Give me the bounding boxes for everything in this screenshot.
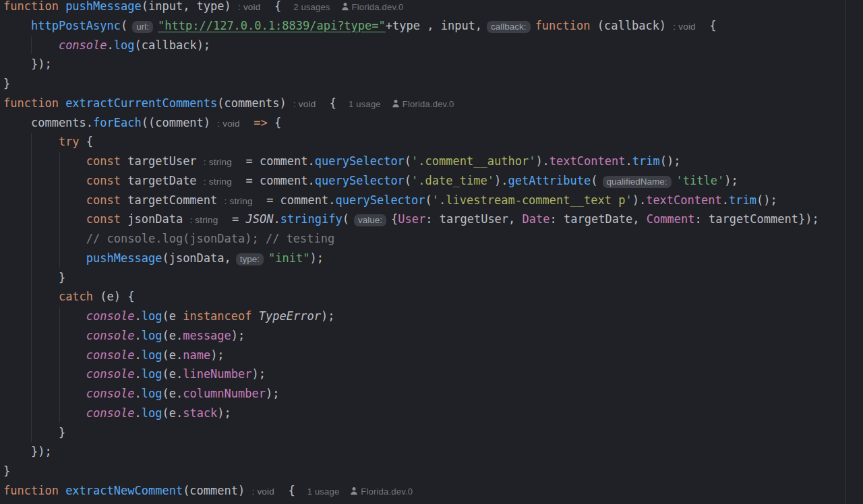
code-token (3, 212, 86, 226)
code-line-20[interactable]: console.log(e.lineNumber); (3, 365, 863, 384)
code-vision-usages-label[interactable]: 1 usage (349, 99, 381, 109)
code-editor[interactable]: function pushMessage(input, type) : void… (0, 0, 863, 504)
code-token: }); (3, 445, 52, 458)
code-token (3, 19, 31, 32)
code-line-8[interactable]: try { (3, 132, 863, 152)
inlay-parameter-hint[interactable]: value: (354, 214, 386, 226)
inlay-type-hint: : void (293, 99, 316, 109)
code-line-15[interactable]: } (3, 268, 863, 288)
code-line-16[interactable]: catch (e) { (3, 287, 863, 307)
code-token: : targetUser, (425, 212, 522, 226)
code-line-19[interactable]: console.log(e.name); (3, 346, 863, 365)
code-token (3, 135, 59, 148)
code-token: = comment. (232, 174, 315, 187)
code-token: }); (3, 57, 52, 71)
code-token: (comments) (217, 96, 293, 110)
code-vision-author-label[interactable]: Florida.dev.0 (361, 486, 413, 497)
code-token: => (254, 116, 267, 129)
code-token: ); (210, 348, 224, 362)
code-vision-usages-label[interactable]: 1 usage (307, 486, 340, 497)
code-token: . (134, 367, 141, 381)
code-line-11[interactable]: const targetComment : string = comment.q… (3, 191, 863, 210)
code-token: . (625, 154, 632, 168)
inlay-parameter-hint[interactable]: url: (132, 21, 153, 33)
code-token: const (86, 154, 121, 168)
code-line-1[interactable]: function pushMessage(input, type) : void… (3, 0, 863, 16)
inlay-parameter-hint[interactable]: callback: (487, 21, 531, 33)
code-token: textContent (646, 193, 722, 207)
code-token: ' (625, 193, 632, 207)
inlay-type-hint: : string (189, 215, 218, 225)
code-line-3[interactable]: console.log(callback); (3, 36, 863, 55)
code-token: log (142, 329, 162, 342)
code-token: ' (411, 154, 418, 168)
code-line-24[interactable]: }); (3, 442, 863, 462)
code-line-25[interactable]: } (3, 462, 863, 481)
code-line-6[interactable]: function extractCurrentComments(comments… (3, 94, 863, 113)
code-token: console (86, 367, 135, 381)
author-person-icon (392, 99, 400, 108)
code-token: console (86, 348, 135, 362)
code-token: = (218, 212, 246, 226)
code-token: = comment. (253, 193, 336, 207)
code-token: ( (405, 154, 411, 168)
inlay-parameter-hint[interactable]: qualifiedName: (603, 176, 672, 188)
code-token (3, 348, 86, 362)
code-vision-author-label[interactable]: Florida.dev.0 (352, 2, 404, 12)
code-token: .date_time (418, 174, 487, 187)
code-token: (); (756, 193, 777, 207)
code-token: (e. (162, 329, 183, 342)
code-token: (comment) (183, 484, 251, 497)
code-line-21[interactable]: console.log(e.columnNumber); (3, 384, 863, 404)
code-line-17[interactable]: console.log(e instanceof TypeError); (3, 307, 863, 326)
code-line-5[interactable]: } (3, 74, 863, 94)
code-token: console (86, 406, 135, 420)
code-token: ); (321, 309, 334, 323)
code-vision-usages-label[interactable]: 2 usages (293, 2, 330, 12)
code-token: { (260, 0, 281, 13)
code-token: = comment. (232, 154, 315, 168)
inlay-type-hint: : void (251, 486, 274, 497)
code-token: instanceof (183, 309, 251, 323)
inlay-type-hint: : string (225, 196, 253, 206)
code-line-18[interactable]: console.log(e.message); (3, 326, 863, 346)
inlay-parameter-hint[interactable]: type: (236, 253, 264, 265)
code-line-9[interactable]: const targetUser : string = comment.quer… (3, 152, 863, 171)
code-line-13[interactable]: // console.log(jsonData); // testing (3, 229, 863, 249)
code-line-7[interactable]: comments.forEach((comment) : void => { (3, 113, 863, 133)
code-token: (e) { (93, 290, 134, 303)
code-token: Date (523, 212, 550, 226)
code-line-22[interactable]: console.log(e.stack); (3, 404, 863, 423)
code-line-12[interactable]: const jsonData : string = JSON.stringify… (3, 210, 863, 229)
code-line-23[interactable]: } (3, 423, 863, 443)
code-token: (input, type) (142, 0, 238, 13)
code-token: forEach (93, 116, 142, 129)
code-token: "http://127.0.0.1:8839/api?type=" (158, 19, 386, 32)
code-line-2[interactable]: httpPostAsync(url:"http://127.0.0.1:8839… (3, 16, 863, 36)
code-token (3, 309, 86, 323)
code-token: (); (660, 154, 681, 168)
inlay-type-hint: : void (238, 2, 260, 12)
code-token: (jsonData, (162, 251, 231, 265)
code-line-10[interactable]: const targetDate : string = comment.quer… (3, 171, 863, 191)
code-token: httpPostAsync (31, 19, 121, 32)
code-line-4[interactable]: }); (3, 55, 863, 74)
code-token: console (86, 309, 135, 323)
code-line-26[interactable]: function extractNewComment(comment) : vo… (3, 481, 863, 501)
code-vision-author-label[interactable]: Florida.dev.0 (403, 99, 454, 109)
code-lines: function pushMessage(input, type) : void… (0, 0, 863, 501)
code-token (240, 116, 254, 129)
code-token: . (134, 406, 141, 420)
code-token: (callback) (597, 19, 674, 32)
code-token (3, 154, 86, 168)
code-token: } (3, 77, 10, 90)
code-token: ( (343, 212, 349, 226)
code-token: { (696, 19, 717, 32)
code-token: (callback); (135, 38, 211, 52)
code-token: +type , input, (386, 19, 482, 32)
code-token: console (59, 38, 107, 52)
code-token: (e. (162, 348, 183, 362)
code-token: { (316, 96, 336, 110)
code-line-14[interactable]: pushMessage(jsonData,type:"init"); (3, 249, 863, 268)
code-token: (e. (162, 367, 183, 381)
